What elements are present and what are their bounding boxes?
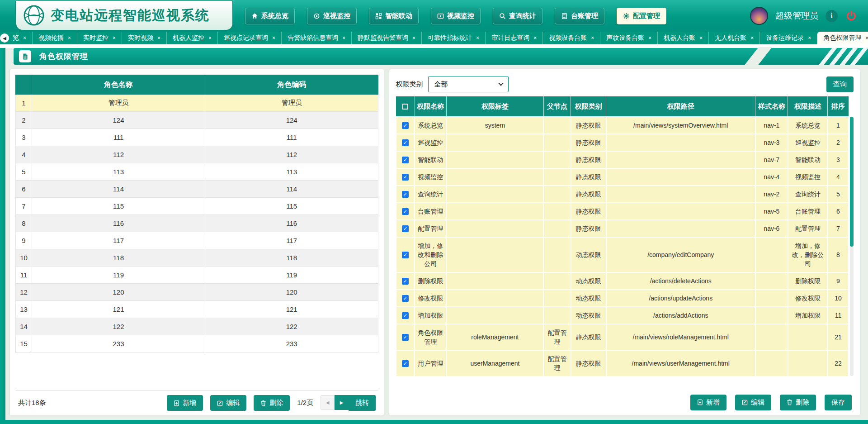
nav-button-config-management[interactable]: 配置管理 (617, 8, 666, 24)
tab-item[interactable]: 实时视频× (122, 32, 167, 44)
row-checkbox[interactable]: ✓ (402, 360, 409, 367)
role-row[interactable]: 1管理员管理员 (16, 95, 378, 112)
role-row[interactable]: 10118118 (16, 249, 378, 267)
jump-page-button[interactable]: 跳转 (349, 395, 376, 411)
power-icon[interactable] (845, 10, 857, 22)
permission-row[interactable]: ✓配置管理静态权限nav-6配置管理7 (396, 220, 849, 237)
tab-item[interactable]: 可靠性指标统计× (422, 32, 486, 44)
prev-page-button[interactable]: ◀ (321, 395, 335, 410)
permission-row[interactable]: ✓角色权限管理roleManagement配置管理静态权限/main/views… (396, 324, 849, 350)
permission-delete-button[interactable]: 删除 (780, 395, 816, 410)
tab-close-icon[interactable]: × (23, 35, 26, 41)
role-row[interactable]: 7115115 (16, 198, 378, 215)
row-checkbox[interactable]: ✓ (402, 157, 409, 163)
tab-close-icon[interactable]: × (808, 35, 811, 41)
nav-button-query-stats[interactable]: 查询统计 (493, 8, 542, 24)
tab-close-icon[interactable]: × (533, 35, 537, 41)
tab-close-icon[interactable]: × (157, 35, 160, 41)
tab-close-icon[interactable]: × (648, 35, 651, 41)
tab-close-icon[interactable]: × (208, 35, 212, 41)
permission-row[interactable]: ✓台账管理静态权限nav-5台账管理6 (396, 203, 849, 220)
permission-row[interactable]: ✓视频监控静态权限nav-4视频监控4 (396, 168, 849, 186)
role-row[interactable]: 8116116 (16, 215, 378, 232)
next-page-button[interactable]: ▶ (335, 395, 349, 410)
row-checkbox[interactable]: ✓ (402, 334, 409, 341)
permission-row[interactable]: ✓用户管理userManagement配置管理静态权限/main/views/u… (396, 350, 849, 376)
role-row[interactable]: 14122122 (16, 318, 378, 335)
tab-close-icon[interactable]: × (699, 35, 703, 41)
tab-item[interactable]: 告警缺陷信息查询× (282, 32, 352, 44)
tab-scroll-left-button[interactable]: ◀ (0, 32, 9, 44)
tab-item[interactable]: 机器人台账× (658, 32, 709, 44)
tab-item[interactable]: 视频设备台账× (543, 32, 600, 44)
role-add-button[interactable]: 新增 (167, 395, 203, 411)
tab-item[interactable]: 无人机台账× (709, 32, 760, 44)
row-checkbox[interactable]: ✓ (402, 122, 409, 129)
row-checkbox[interactable]: ✓ (402, 191, 409, 198)
row-checkbox[interactable]: ✓ (402, 295, 409, 302)
checkbox-cell: ✓ (396, 237, 415, 272)
permission-row[interactable]: ✓增加权限动态权限/actions/addActions增加权限11 (396, 307, 849, 324)
tab-item[interactable]: 实时监控× (77, 32, 122, 44)
tab-close-icon[interactable]: × (68, 35, 71, 41)
tab-close-icon[interactable]: × (591, 35, 594, 41)
permission-row[interactable]: ✓巡视监控静态权限nav-3巡视监控2 (396, 134, 849, 151)
role-edit-button[interactable]: 编辑 (210, 395, 246, 411)
tab-close-icon[interactable]: × (865, 35, 868, 41)
permission-edit-button[interactable]: 编辑 (735, 395, 771, 410)
select-all-checkbox[interactable] (402, 104, 408, 110)
row-checkbox[interactable]: ✓ (402, 312, 409, 319)
tab-close-icon[interactable]: × (750, 35, 754, 41)
tab-item[interactable]: 视频轮播× (33, 32, 77, 44)
tab-close-icon[interactable]: × (412, 35, 415, 41)
save-button[interactable]: 保存 (825, 395, 852, 410)
search-button[interactable]: 查询 (826, 76, 854, 92)
tab-close-icon[interactable]: × (113, 35, 116, 41)
row-checkbox[interactable]: ✓ (402, 278, 409, 285)
tab-item[interactable]: 静默监视告警查询× (352, 32, 422, 44)
tab-close-icon[interactable]: × (342, 35, 345, 41)
nav-button-video-monitor[interactable]: 视频监控 (431, 8, 481, 24)
permission-add-button[interactable]: 新增 (690, 395, 726, 410)
nav-button-system-overview[interactable]: 系统总览 (245, 8, 295, 24)
role-row[interactable]: 5113113 (16, 163, 378, 181)
scrollbar-thumb[interactable] (850, 117, 854, 247)
tab-item[interactable]: 声纹设备台账× (600, 32, 658, 44)
tab-item[interactable]: 巡视点记录查询× (218, 32, 282, 44)
role-delete-button[interactable]: 删除 (254, 395, 290, 411)
tab-item[interactable]: 设备运维记录× (760, 32, 817, 44)
permission-row[interactable]: ✓增加，修改和删除公司动态权限/company/editCompany增加，修改… (396, 237, 849, 272)
permission-row[interactable]: ✓删除权限动态权限/actions/deleteActions删除权限9 (396, 272, 849, 290)
permission-row[interactable]: ✓查询统计静态权限nav-2查询统计5 (396, 186, 849, 203)
role-row[interactable]: 2124124 (16, 112, 378, 129)
tab-close-icon[interactable]: × (476, 35, 479, 41)
tab-close-icon[interactable]: × (272, 35, 275, 41)
nav-button-smart-linkage[interactable]: 智能联动 (369, 8, 419, 24)
permission-row[interactable]: ✓系统总览system静态权限/main/views/systemOvervie… (396, 117, 849, 134)
role-row[interactable]: 3111111 (16, 129, 378, 146)
role-row[interactable]: 6114114 (16, 181, 378, 198)
scrollbar-track[interactable] (850, 117, 854, 376)
row-checkbox[interactable]: ✓ (402, 174, 409, 181)
info-icon[interactable]: i (826, 10, 838, 22)
row-checkbox[interactable]: ✓ (402, 139, 409, 146)
avatar[interactable] (750, 7, 768, 25)
role-row[interactable]: 15233233 (16, 335, 378, 353)
permission-type-select[interactable]: 全部 (428, 76, 509, 92)
row-checkbox[interactable]: ✓ (402, 208, 409, 215)
tab-item[interactable]: 角色权限管理× (817, 32, 868, 44)
nav-button-ledger-management[interactable]: 台账管理 (555, 8, 604, 24)
permission-row[interactable]: ✓智能联动静态权限nav-7智能联动3 (396, 151, 849, 168)
role-row[interactable]: 4112112 (16, 146, 378, 163)
tab-item[interactable]: 览× (9, 32, 33, 44)
tab-item[interactable]: 机器人监控× (167, 32, 218, 44)
row-checkbox[interactable]: ✓ (402, 225, 409, 232)
role-row[interactable]: 9117117 (16, 232, 378, 249)
role-row[interactable]: 12120120 (16, 284, 378, 301)
role-row[interactable]: 13121121 (16, 301, 378, 318)
row-checkbox[interactable]: ✓ (402, 252, 409, 258)
nav-button-inspection-monitor[interactable]: 巡视监控 (307, 8, 357, 24)
tab-item[interactable]: 审计日志查询× (486, 32, 543, 44)
permission-row[interactable]: ✓修改权限动态权限/actions/updateActions修改权限10 (396, 290, 849, 307)
role-row[interactable]: 11119119 (16, 267, 378, 284)
